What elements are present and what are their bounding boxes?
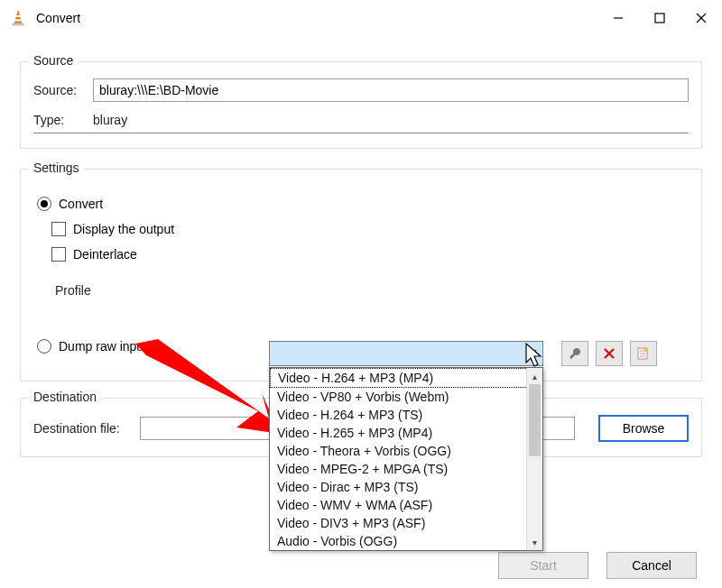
display-output-label: Display the output xyxy=(73,222,174,236)
profile-label: Profile xyxy=(55,283,109,298)
profile-option[interactable]: Video - VP80 + Vorbis (Webm) xyxy=(270,388,542,406)
profile-option[interactable]: Video - H.264 + MP3 (MP4) xyxy=(270,368,542,388)
new-doc-icon xyxy=(636,346,651,361)
annotation-arrow-icon xyxy=(126,339,280,447)
destination-file-label: Destination file: xyxy=(33,421,140,436)
profile-option[interactable]: Video - Theora + Vorbis (OGG) xyxy=(270,442,542,460)
new-profile-button[interactable] xyxy=(630,341,657,366)
browse-button[interactable]: Browse xyxy=(598,415,689,442)
svg-line-9 xyxy=(605,349,614,358)
profile-option[interactable]: Video - H.264 + MP3 (TS) xyxy=(270,406,542,424)
svg-rect-5 xyxy=(655,14,664,23)
edit-profile-button[interactable] xyxy=(561,341,588,366)
radio-icon xyxy=(37,339,51,354)
svg-line-6 xyxy=(697,14,706,23)
profile-option[interactable]: Video - DIV3 + MP3 (ASF) xyxy=(270,514,542,532)
svg-marker-16 xyxy=(526,344,541,366)
profile-option[interactable]: Audio - Vorbis (OGG) xyxy=(270,532,542,550)
cancel-button[interactable]: Cancel xyxy=(606,552,697,579)
delete-profile-button[interactable] xyxy=(596,341,623,366)
profile-option[interactable]: Video - H.265 + MP3 (MP4) xyxy=(270,424,542,442)
scroll-thumb[interactable] xyxy=(529,384,541,456)
settings-legend: Settings xyxy=(28,161,85,175)
source-group: Source Source: Type: bluray xyxy=(20,61,702,149)
svg-marker-0 xyxy=(14,11,22,24)
svg-marker-15 xyxy=(135,339,280,434)
deinterlace-checkbox[interactable]: Deinterlace xyxy=(51,247,689,262)
source-input[interactable] xyxy=(93,78,689,102)
checkbox-icon xyxy=(51,247,66,262)
start-button[interactable]: Start xyxy=(498,552,588,579)
svg-line-8 xyxy=(605,349,614,358)
destination-legend: Destination xyxy=(28,390,102,404)
profile-option[interactable]: Video - MPEG-2 + MPGA (TS) xyxy=(270,460,542,478)
scroll-down-icon[interactable]: ▾ xyxy=(527,534,542,550)
profile-option[interactable]: Video - Dirac + MP3 (TS) xyxy=(270,478,542,496)
profile-option[interactable]: Video - WMV + WMA (ASF) xyxy=(270,496,542,514)
radio-icon xyxy=(37,197,51,211)
type-label: Type: xyxy=(33,113,88,127)
window-title: Convert xyxy=(36,11,80,25)
minimize-button[interactable] xyxy=(597,5,639,32)
convert-radio-label: Convert xyxy=(59,197,103,211)
deinterlace-label: Deinterlace xyxy=(73,247,137,262)
checkbox-icon xyxy=(51,222,66,236)
svg-rect-3 xyxy=(13,23,23,25)
source-legend: Source xyxy=(28,53,79,68)
svg-rect-10 xyxy=(638,348,647,359)
dropdown-scrollbar[interactable]: ▴ ▾ xyxy=(526,368,542,550)
vlc-cone-icon xyxy=(9,9,27,27)
svg-rect-1 xyxy=(16,15,21,17)
cursor-icon xyxy=(525,343,545,368)
display-output-checkbox[interactable]: Display the output xyxy=(51,222,689,236)
wrench-icon xyxy=(568,346,582,361)
svg-point-14 xyxy=(644,348,648,352)
maximize-button[interactable] xyxy=(639,5,680,32)
svg-line-7 xyxy=(697,14,706,23)
scroll-up-icon[interactable]: ▴ xyxy=(527,368,542,384)
x-icon xyxy=(603,347,616,360)
type-value: bluray xyxy=(88,113,127,127)
profile-dropdown-list: Video - H.264 + MP3 (MP4) Video - VP80 +… xyxy=(269,367,543,551)
source-divider xyxy=(33,133,689,133)
convert-radio[interactable]: Convert xyxy=(37,197,689,211)
titlebar: Convert xyxy=(0,0,722,36)
source-label: Source: xyxy=(33,83,93,97)
close-button[interactable] xyxy=(680,5,722,32)
svg-rect-2 xyxy=(15,20,21,22)
profile-combobox[interactable] xyxy=(269,341,543,366)
